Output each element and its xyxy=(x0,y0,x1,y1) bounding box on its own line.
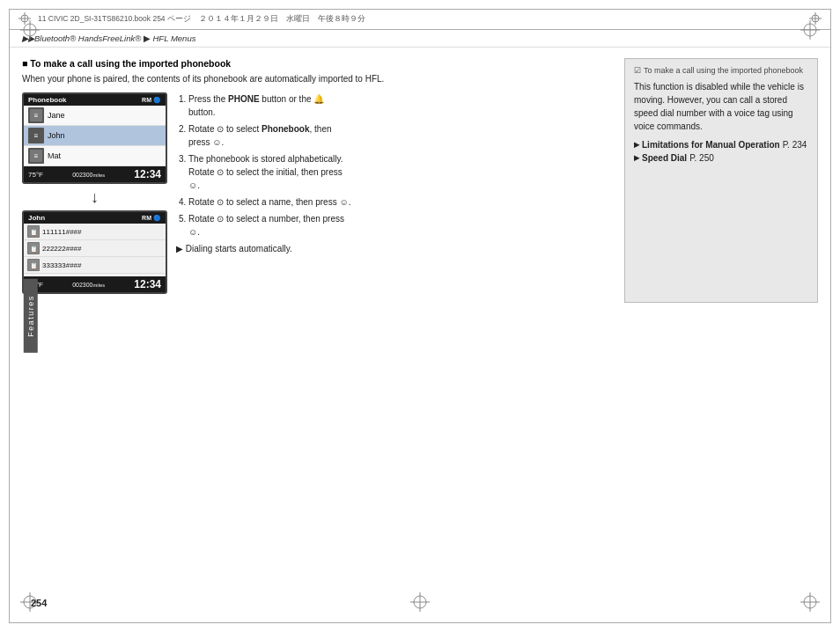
top-header: 11 CIVIC 2D_SI-31TS86210.book 254 ページ ２０… xyxy=(10,10,830,30)
num-icon-2: 📋 xyxy=(27,242,40,254)
steps-list: Press the PHONE button or the 🔔 button. … xyxy=(176,92,352,239)
john-time: 12:34 xyxy=(134,278,161,290)
john-number-3: 📋 333333#### xyxy=(24,257,166,274)
john-detail-screen: John RM 🔵 📋 111111#### xyxy=(22,210,167,294)
num-icon-1: 📋 xyxy=(27,225,40,238)
crosshair-top-right-icon xyxy=(800,20,820,40)
file-info: 11 CIVIC 2D_SI-31TS86210.book 254 ページ ２０… xyxy=(38,14,802,25)
crosshair-bottom-right-icon xyxy=(800,592,820,612)
phonebook-title: Phonebook xyxy=(28,96,67,104)
ref-link-limitations: Limitations for Manual Operation P. 234 xyxy=(634,140,808,150)
rm-icon: RM xyxy=(142,97,151,104)
step-1: Press the PHONE button or the 🔔 button. xyxy=(188,92,352,119)
svg-text:📋: 📋 xyxy=(30,228,38,236)
contact-icon-mat: ≡ xyxy=(28,148,44,164)
breadcrumb-separator: ▶ xyxy=(144,33,151,43)
phonebook-icons: RM 🔵 xyxy=(142,97,161,104)
speed-dial-label: Speed Dial xyxy=(642,153,687,163)
svg-text:≡: ≡ xyxy=(34,132,39,140)
bt-icon2: 🔵 xyxy=(153,215,161,222)
john-num-3-text: 333333#### xyxy=(42,261,82,269)
phonebook-body: ≡ Jane ≡ John xyxy=(24,106,166,166)
contact-name-jane: Jane xyxy=(48,111,65,120)
john-body: 📋 111111#### 📋 222222#### xyxy=(24,224,166,276)
steps-column: Press the PHONE button or the 🔔 button. … xyxy=(176,92,352,255)
contact-icon-jane: ≡ xyxy=(28,107,44,123)
time-display: 12:34 xyxy=(134,168,161,180)
down-arrow-icon: ↓ xyxy=(22,189,167,205)
speed-dial-page: P. 250 xyxy=(689,153,714,163)
john-footer: 75°F 002300miles 12:34 xyxy=(24,276,166,292)
john-title: John xyxy=(28,214,45,222)
contact-jane: ≡ Jane xyxy=(24,106,166,126)
breadcrumb-item-hfl: HFL Menus xyxy=(153,33,196,43)
limitations-page: P. 234 xyxy=(783,140,807,150)
john-number-1: 📋 111111#### xyxy=(24,224,166,240)
contact-john[interactable]: ≡ John xyxy=(24,126,166,146)
side-tab: Features xyxy=(24,279,38,353)
john-num-1-text: 111111#### xyxy=(42,228,82,236)
john-number-2: 📋 222222#### xyxy=(24,240,166,257)
john-miles: 002300miles xyxy=(72,282,105,288)
ref-link-speed-dial: Speed Dial P. 250 xyxy=(634,153,808,163)
num-icon-3: 📋 xyxy=(27,259,40,271)
john-header: John RM 🔵 xyxy=(24,212,166,224)
john-num-2-text: 222222#### xyxy=(42,245,82,253)
right-panel: To make a call using the imported phoneb… xyxy=(624,58,818,303)
step-5: Rotate ⊙ to select a number, then press … xyxy=(188,212,352,239)
phonebook-screen: Phonebook RM 🔵 ≡ Jane xyxy=(22,92,167,184)
rm-icon2: RM xyxy=(142,215,151,222)
intro-text: When your phone is paired, the contents … xyxy=(22,73,610,85)
page-container: 11 CIVIC 2D_SI-31TS86210.book 254 ページ ２０… xyxy=(9,9,831,623)
step-3: The phonebook is stored alphabetically. … xyxy=(188,152,352,192)
contact-icon-john: ≡ xyxy=(28,128,44,143)
section-heading: To make a call using the imported phoneb… xyxy=(22,58,610,69)
svg-text:📋: 📋 xyxy=(30,245,38,253)
phonebook-footer: 75°F 002300miles 12:34 xyxy=(24,166,166,182)
contact-name-john: John xyxy=(48,131,65,140)
bt-icon: 🔵 xyxy=(153,97,161,104)
breadcrumb-item-bluetooth: ▶▶Bluetooth® HandsFreeLink® xyxy=(22,33,141,43)
step-4: Rotate ⊙ to select a name, then press ☺. xyxy=(188,195,352,209)
right-panel-header: To make a call using the imported phoneb… xyxy=(634,66,808,75)
right-panel-note: This function is disabled while the vehi… xyxy=(634,80,808,133)
john-icons: RM 🔵 xyxy=(142,215,161,222)
crosshair-bottom-mid-icon xyxy=(410,592,430,612)
temp-display: 75°F xyxy=(28,171,43,179)
phone-screens: Phonebook RM 🔵 ≡ Jane xyxy=(22,92,167,294)
step-2: Rotate ⊙ to select Phonebook, then press… xyxy=(188,122,352,149)
svg-text:≡: ≡ xyxy=(34,152,39,160)
miles-display: 002300miles xyxy=(72,172,105,178)
main-content: To make a call using the imported phoneb… xyxy=(10,48,830,303)
contact-name-mat: Mat xyxy=(48,151,61,160)
svg-text:≡: ≡ xyxy=(34,112,39,120)
breadcrumb: ▶▶Bluetooth® HandsFreeLink® ▶ HFL Menus xyxy=(10,30,830,48)
crosshair-top-left-icon xyxy=(20,20,40,40)
left-column: To make a call using the imported phoneb… xyxy=(22,58,610,303)
limitations-label: Limitations for Manual Operation xyxy=(642,140,780,150)
phonebook-header: Phonebook RM 🔵 xyxy=(24,94,166,106)
svg-text:📋: 📋 xyxy=(30,261,38,269)
contact-mat: ≡ Mat xyxy=(24,146,166,166)
page-number: 254 xyxy=(31,598,47,608)
dialing-note: Dialing starts automatically. xyxy=(176,242,352,255)
